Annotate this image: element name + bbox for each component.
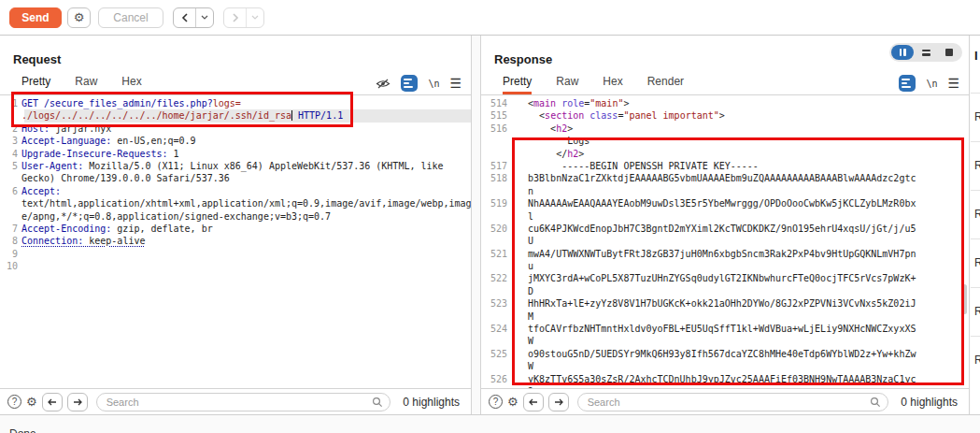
status-bar: Done (0, 414, 980, 433)
editor-line: Gecko) Chrome/139.0.0.0 Safari/537.36 (4, 172, 471, 184)
request-editor[interactable]: 1GET /secure_files_admin/files.php?logs=… (0, 95, 471, 388)
line-number: 10 (4, 260, 18, 272)
line-number: 522 (485, 272, 507, 284)
tab-raw[interactable]: Raw (75, 75, 97, 94)
editor-line: M (485, 310, 969, 323)
tab-pretty[interactable]: Pretty (21, 75, 50, 94)
editor-line: U (485, 235, 969, 247)
prettify-icon[interactable] (401, 75, 418, 92)
editor-line: l (485, 210, 969, 223)
inspector-row-clipped[interactable]: R (971, 287, 980, 336)
line-number: 515 (485, 109, 507, 122)
search-icon (372, 397, 383, 408)
inspector-title-clipped: I (974, 49, 978, 63)
layout-columns-button[interactable] (891, 45, 914, 60)
editor-line: 2Host: jarjar.nyx (4, 123, 471, 135)
line-number: 525 (485, 348, 507, 360)
search-settings-gear-icon[interactable]: ⚙ (26, 395, 37, 409)
editor-line: D (485, 285, 969, 297)
show-newlines-icon[interactable]: \n (428, 79, 439, 89)
line-number: 520 (485, 223, 507, 235)
tab-raw[interactable]: Raw (556, 75, 578, 94)
line-number: 3 (4, 135, 18, 147)
layout-single-button[interactable] (938, 45, 960, 60)
chevron-down-icon (201, 15, 208, 20)
burp-repeater-window: Send ⚙ Cancel Request PrettyRawHex (0, 0, 980, 433)
history-forward-split-button (223, 7, 264, 28)
editor-line: W (485, 360, 969, 372)
request-search-input[interactable] (96, 393, 391, 411)
response-search-field-wrap (577, 393, 889, 411)
send-button[interactable]: Send (9, 7, 62, 28)
chevron-right-icon (232, 13, 239, 22)
editor-menu-icon[interactable]: ☰ (449, 79, 462, 88)
line-number: 2 (4, 123, 18, 135)
editor-line: 6Accept: (4, 185, 471, 197)
chevron-left-icon (181, 13, 189, 22)
line-number: 9 (4, 248, 18, 260)
show-newlines-icon[interactable]: \n (926, 79, 937, 89)
previous-match-button[interactable] (523, 393, 544, 411)
tab-render[interactable]: Render (647, 75, 684, 94)
forward-dropdown-button[interactable] (247, 8, 263, 27)
request-tab-row: PrettyRawHex \n ☰ (0, 75, 471, 95)
editor-line: 520 cu6K4PJKWcdEnopJbH7C3BgntD2mYXiml2Kc… (485, 223, 969, 235)
request-panel-title: Request (13, 52, 61, 66)
line-number: 1 (4, 97, 18, 109)
layout-rows-button[interactable] (915, 45, 937, 60)
tab-hex[interactable]: Hex (603, 75, 622, 94)
inspector-row-clipped[interactable]: R (971, 238, 980, 287)
editor-line: 7Accept-Encoding: gzip, deflate, br (4, 223, 471, 235)
prettify-icon[interactable] (899, 75, 916, 92)
response-scrollbar-thumb[interactable] (962, 284, 967, 314)
inspector-row-clipped[interactable]: R (971, 336, 980, 384)
line-number: 8 (4, 235, 18, 247)
search-settings-gear-icon[interactable]: ⚙ (507, 395, 518, 409)
hide-nonprintable-eye-slash-icon[interactable] (376, 78, 391, 90)
back-dropdown-button[interactable] (196, 8, 213, 27)
inspector-panel-clipped: I RRRRRR (971, 36, 980, 414)
gear-icon: ⚙ (74, 10, 85, 24)
line-number: 523 (485, 297, 507, 310)
next-match-button[interactable] (548, 393, 569, 411)
inspector-row-clipped[interactable]: R (971, 93, 980, 141)
chevron-down-icon (251, 15, 259, 20)
tab-pretty[interactable]: Pretty (503, 75, 532, 94)
editor-line: 518 b3BlbnNzaC1rZXktdjEAAAAABG5vbmUAAAAE… (485, 172, 969, 184)
editor-line: 524 tfoCAVrfbzNHTmntHxldv0yoFBL+EU5UqSff… (485, 323, 969, 335)
request-search-field-wrap (96, 393, 391, 411)
help-icon[interactable]: ? (489, 395, 503, 409)
send-settings-gear-button[interactable]: ⚙ (67, 7, 91, 28)
editor-line: 526 yK8zTTv6S5a30sZsR/2AxhcTCDnUhbJ9ypJZ… (485, 373, 969, 385)
cancel-button[interactable]: Cancel (98, 7, 163, 28)
arrow-left-icon (528, 397, 539, 407)
previous-match-button[interactable] (42, 393, 63, 411)
next-match-button[interactable] (67, 393, 88, 411)
response-tab-row: PrettyRawHexRender \n ☰ (481, 75, 969, 95)
response-search-bar: ? ⚙ 0 highlights (481, 388, 969, 414)
forward-button[interactable] (224, 8, 247, 27)
editor-line: text/html,application/xhtml+xml,applicat… (4, 197, 471, 209)
inspector-row-clipped[interactable]: R (971, 141, 980, 190)
help-icon[interactable]: ? (7, 395, 21, 409)
line-number: 517 (485, 160, 507, 172)
line-number: 518 (485, 172, 507, 184)
arrow-left-icon (47, 397, 58, 407)
response-editor[interactable]: 514 <main role="main">515 <section class… (481, 95, 969, 388)
line-number: 5 (4, 160, 18, 172)
editor-line: ./logs/../../../../../../home/jarjar/.ss… (4, 109, 471, 122)
history-back-split-button (173, 7, 214, 28)
response-panel-title: Response (494, 52, 552, 66)
response-editor-icons: \n ☰ (899, 75, 959, 94)
editor-line: 9 (4, 248, 471, 260)
back-button[interactable] (174, 8, 196, 27)
response-search-input[interactable] (577, 393, 889, 411)
request-panel: Request PrettyRawHex \n ☰ 1GET /secure_f… (0, 36, 472, 414)
editor-line: 8Connection: keep-alive (4, 235, 471, 247)
tab-hex[interactable]: Hex (121, 75, 141, 94)
editor-line: 521 mwA4/UTWWXNWTuBytFRtJ8zGB37juH0Mn6xb… (485, 248, 969, 260)
inspector-row-clipped[interactable]: R (971, 190, 980, 238)
editor-line: 523 HhHRxTa+lE+zyYz8V8V1H7bUGKcK+okk21aO… (485, 297, 969, 310)
editor-line: 1GET /secure_files_admin/files.php?logs= (4, 97, 471, 109)
editor-menu-icon[interactable]: ☰ (947, 79, 959, 88)
